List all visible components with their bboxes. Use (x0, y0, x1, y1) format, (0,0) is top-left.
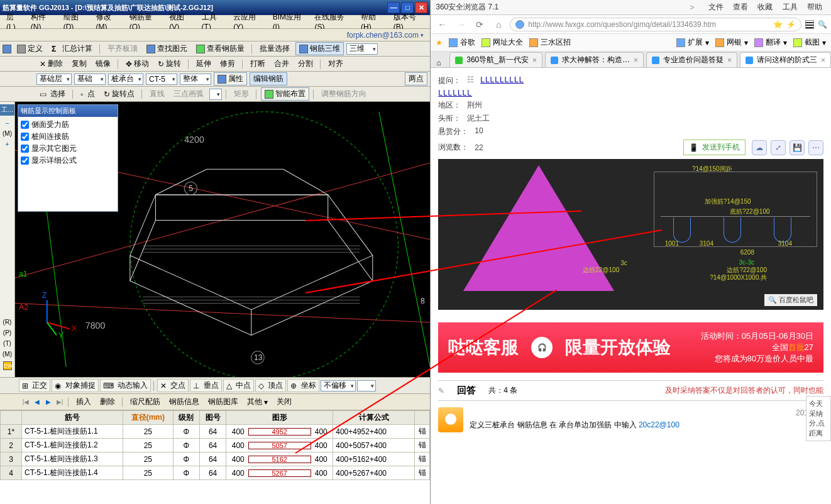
side-strip-label-2[interactable]: (R) (3, 319, 12, 326)
adjust-dir-button[interactable]: 调整钢筋方向 (318, 87, 370, 101)
bm-help[interactable]: 帮助 (807, 3, 822, 11)
line-tool[interactable]: 直线 (146, 87, 168, 101)
rebar-display-panel[interactable]: 钢筋显示控制面板 侧面受力筋 桩间连接筋 显示其它图元 显示详细公式 (18, 104, 118, 212)
translate-button[interactable]: 翻译▾ (754, 37, 787, 48)
fav-icon[interactable]: ★ (436, 38, 443, 47)
delete-button[interactable]: ✕删除 (36, 57, 66, 70)
other-button[interactable]: 其他▾ (244, 395, 271, 408)
batch-select-button[interactable]: 批量选择 (256, 42, 293, 55)
table-row[interactable]: 4CT-5-1.桩间连接筋1.425Φ644005267400400+5267+… (1, 466, 430, 480)
copy-button[interactable]: 复制 (69, 57, 90, 70)
find-pic-button[interactable]: 查找图元 (143, 42, 190, 55)
col-pic[interactable]: 图号 (199, 411, 226, 425)
element-dropdown[interactable]: CT-5 (146, 74, 177, 85)
3d-dropdown[interactable]: 三维 (346, 43, 378, 55)
rect-tool[interactable]: 矩形 (231, 87, 252, 101)
first-button[interactable]: |◀ (21, 398, 30, 407)
promo-banner[interactable]: 哒哒客服 🎧 限量开放体验 活动时间：05月05日-06月30日 全国首批27 … (438, 322, 823, 373)
back-button[interactable]: ← (434, 17, 449, 32)
rotate-button[interactable]: ↻旋转 (155, 57, 184, 70)
edit-rebar-button[interactable]: 编辑钢筋 (250, 72, 287, 85)
side-float-panel[interactable]: 今天 采纳 分,点 距离 (806, 396, 831, 441)
prev-button[interactable]: ◀ (33, 398, 41, 407)
offset-dropdown[interactable]: 不偏移 (321, 380, 356, 392)
last-button[interactable]: ▶| (55, 398, 64, 407)
reload-button[interactable]: ⟳ (472, 17, 487, 32)
mid-toggle[interactable]: △ 中点 (223, 379, 254, 392)
question-link[interactable]: LLLLLLLLL (480, 75, 524, 86)
tab-close-icon[interactable]: × (821, 56, 825, 65)
view-rebar-button[interactable]: 查看钢筋量 (193, 42, 248, 55)
align-button[interactable]: 对齐 (325, 57, 346, 70)
ortho-toggle[interactable]: ⊞ 正交 (19, 379, 50, 392)
two-point-button[interactable]: 两点 (405, 72, 427, 85)
split-button[interactable]: 分割 (295, 57, 316, 70)
expand-icon[interactable]: ⤢ (771, 140, 786, 155)
flat-button[interactable]: 平齐板顶 (104, 42, 141, 55)
side-strip-label-4[interactable]: (T) (3, 340, 11, 347)
mirror-button[interactable]: 镜像 (92, 57, 114, 70)
browser-tab[interactable]: 求大神解答：构造…× (545, 52, 644, 67)
avatar[interactable] (438, 407, 463, 432)
lightning-icon[interactable]: ⚡ (786, 20, 796, 29)
rebar-3d-button[interactable]: 钢筋三维 (295, 42, 344, 55)
opt-pile-conn[interactable]: 桩间连接筋 (21, 131, 115, 142)
col-level[interactable]: 级别 (173, 411, 199, 425)
browser-tab[interactable]: 360导航_新一代安× (449, 52, 542, 67)
side-strip-label-1[interactable]: (M) (3, 130, 12, 137)
ext-button[interactable]: 扩展▾ (676, 37, 709, 48)
bm-fav[interactable]: 收藏 (757, 3, 773, 11)
col-name[interactable]: 筋号 (22, 411, 123, 425)
move-button[interactable]: ✥移动 (123, 57, 152, 70)
attribute-button[interactable]: 属性 (214, 72, 247, 85)
apex-toggle[interactable]: ◇ 顶点 (255, 379, 286, 392)
table-row[interactable]: 2CT-5-1.桩间连接筋1.225Φ644005057400400+5057+… (1, 439, 430, 452)
rotate-point-tool[interactable]: ↻旋转点 (101, 87, 138, 101)
merge-button[interactable]: 合并 (271, 57, 292, 70)
tab-close-icon[interactable]: × (634, 56, 638, 65)
define-button[interactable]: 定义 (14, 42, 46, 55)
side-strip-label-3[interactable]: (P) (3, 329, 11, 336)
rebar-table[interactable]: 筋号 直径(mm) 级别 图号 图形 计算公式 1*CT-5-1.桩间连接筋1.… (0, 410, 430, 504)
trim-button[interactable]: 修剪 (217, 57, 238, 70)
more-icon[interactable]: ⋯ (808, 140, 823, 155)
tab-close-icon[interactable]: × (532, 56, 537, 65)
side-strip-header[interactable]: 工… (0, 104, 14, 116)
opt-other[interactable]: 显示其它图元 (21, 143, 115, 154)
col-shape[interactable]: 图形 (226, 411, 333, 425)
url-input[interactable]: http://www.fwxgx.com/question/gimq/detai… (510, 18, 801, 31)
cloud-icon[interactable]: ☁ (752, 140, 767, 155)
dyn-toggle[interactable]: ⌨ 动态输入 (100, 379, 151, 392)
send-mobile-button[interactable]: 📱 发送到手机 (683, 140, 746, 155)
select-tool[interactable]: ▭ 选择 (36, 87, 69, 101)
ew-icon[interactable]: EW (3, 361, 12, 370)
bm-tool[interactable]: 工具 (783, 3, 798, 11)
bm-view[interactable]: 查看 (733, 3, 748, 11)
delete-row-button[interactable]: 删除 (97, 395, 118, 408)
tab-close-icon[interactable]: × (727, 56, 732, 65)
home-button[interactable]: ⌂ (491, 17, 506, 32)
table-row[interactable]: 1*CT-5-1.桩间连接筋1.125Φ644004952400400+4952… (1, 425, 430, 439)
bm-sites[interactable]: 网址大全 (482, 37, 523, 48)
rebar-info-button[interactable]: 钢筋信息 (166, 395, 202, 408)
type-dropdown[interactable]: 桩承台 (108, 74, 143, 85)
coord-toggle[interactable]: ⊕ 坐标 (287, 379, 319, 392)
browser-tab[interactable]: 请问这样的阶式三× (740, 52, 831, 67)
break-button[interactable]: 打断 (247, 57, 268, 70)
snap-toggle[interactable]: ◉ 对象捕捉 (52, 379, 98, 392)
point-tool[interactable]: ▫ 点 (77, 87, 98, 101)
perp-toggle[interactable]: ⊥ 垂点 (190, 379, 221, 392)
page-content[interactable]: 提问： ☷ LLLLLLLLL LLLLLLL 地区：荆州 头衔：泥土工 悬赏分… (431, 68, 831, 504)
bank-button[interactable]: 网银▾ (715, 37, 748, 48)
question-link-2[interactable]: LLLLLLL (438, 89, 472, 97)
insert-row-button[interactable]: 插入 (73, 395, 94, 408)
browser-tab[interactable]: 专业造价问题答疑× (646, 52, 737, 67)
next-button[interactable]: ▶ (44, 398, 53, 407)
draw-more-dropdown[interactable] (209, 89, 222, 100)
scope-dropdown[interactable]: 整体 (180, 74, 211, 85)
smart-place-button[interactable]: 智能布置 (261, 87, 309, 101)
floor-dropdown[interactable]: 基础层 (36, 74, 72, 85)
save-icon[interactable]: 💾 (790, 140, 805, 155)
user-email[interactable]: forpk.chen@163.com (347, 31, 419, 40)
side-strip-label-5[interactable]: (M) (3, 351, 12, 358)
